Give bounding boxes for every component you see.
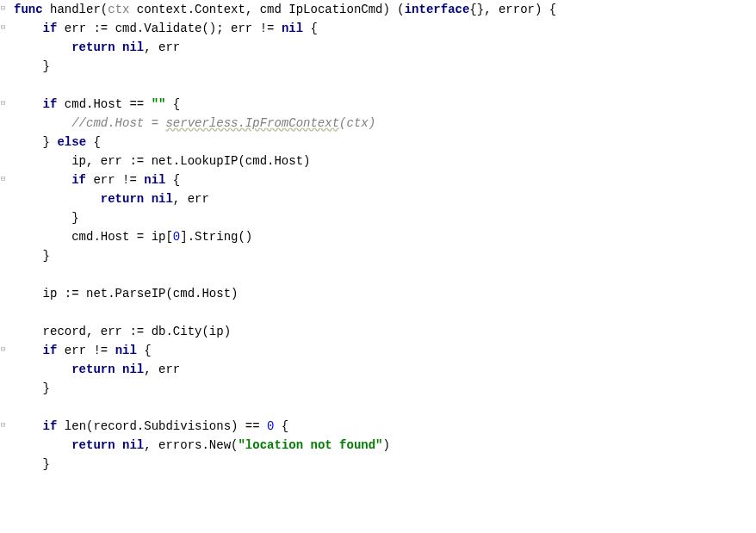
- comment: serverless.IpFromContext: [165, 116, 339, 130]
- keyword: if: [14, 97, 57, 111]
- code-line[interactable]: if err != nil {: [14, 341, 756, 360]
- code-text: err !=: [86, 173, 144, 187]
- code-line[interactable]: if err := cmd.Validate(); err != nil {: [14, 19, 756, 38]
- keyword: return: [14, 192, 152, 206]
- code-line[interactable]: return nil, err: [14, 360, 756, 379]
- code-line[interactable]: func handler(ctx context.Context, cmd Ip…: [14, 0, 756, 19]
- code-text: , err: [173, 192, 209, 206]
- fold-toggle[interactable]: ⊟: [0, 5, 7, 13]
- keyword: if: [14, 22, 57, 35]
- code-text: len(record.Subdivisions) ==: [57, 419, 267, 433]
- code-line[interactable]: [14, 265, 756, 284]
- keyword: func: [14, 3, 43, 16]
- code-line[interactable]: cmd.Host = ip[0].String(): [14, 227, 756, 246]
- code-text: err := cmd.Validate(); err !=: [57, 22, 281, 35]
- code-text: {}, error) {: [469, 3, 556, 16]
- code-text: handler(: [43, 3, 108, 16]
- string: "location not found": [238, 438, 382, 452]
- code-line[interactable]: if err != nil {: [14, 170, 756, 189]
- fold-toggle[interactable]: ⊟: [0, 24, 7, 32]
- code-line[interactable]: }: [14, 379, 756, 398]
- keyword: nil: [144, 173, 165, 187]
- keyword: nil: [152, 192, 173, 206]
- keyword: return: [14, 40, 122, 54]
- string: "": [152, 97, 166, 111]
- keyword: nil: [115, 344, 137, 357]
- keyword: else: [57, 135, 86, 149]
- code-text: cmd.Host ==: [57, 97, 151, 111]
- code-text: }: [14, 249, 50, 263]
- fold-toggle[interactable]: ⊟: [0, 422, 7, 430]
- code-text: {: [165, 173, 180, 187]
- code-text: {: [274, 419, 288, 433]
- code-line[interactable]: }: [14, 57, 756, 76]
- code-text: record, err := db.City(ip): [14, 325, 231, 338]
- code-text: , errors.New(: [144, 438, 238, 452]
- code-line[interactable]: }: [14, 246, 756, 265]
- code-text: {: [303, 22, 318, 35]
- keyword: nil: [122, 363, 144, 376]
- keyword: if: [14, 344, 57, 357]
- comment: //cmd.Host =: [14, 116, 165, 130]
- code-line[interactable]: [14, 398, 756, 417]
- keyword: return: [14, 438, 122, 452]
- keyword: if: [14, 419, 57, 433]
- fold-toggle[interactable]: ⊟: [0, 346, 7, 354]
- code-text: err !=: [57, 344, 115, 357]
- code-text: }: [14, 457, 50, 471]
- comment: (ctx): [339, 116, 375, 130]
- code-text: cmd.Host = ip[: [14, 230, 173, 244]
- code-text: ): [383, 438, 390, 452]
- code-line[interactable]: return nil, errors.New("location not fou…: [14, 436, 756, 455]
- code-text: {: [165, 97, 180, 111]
- keyword: if: [14, 173, 86, 187]
- code-area[interactable]: func handler(ctx context.Context, cmd Ip…: [5, 0, 756, 474]
- code-line[interactable]: return nil, err: [14, 189, 756, 208]
- number: 0: [173, 230, 180, 244]
- code-line[interactable]: if len(record.Subdivisions) == 0 {: [14, 417, 756, 436]
- keyword: return: [14, 363, 122, 376]
- code-line[interactable]: }: [14, 208, 756, 227]
- gutter: ⊟ ⊟ ⊟ ⊟ ⊟ ⊟ ⊟: [0, 0, 5, 474]
- param-name: ctx: [108, 3, 129, 16]
- code-text: }: [14, 381, 50, 395]
- code-line[interactable]: return nil, err: [14, 38, 756, 57]
- code-text: }: [14, 211, 79, 225]
- code-line[interactable]: }: [14, 455, 756, 474]
- code-text: context.Context, cmd IpLocationCmd) (: [129, 3, 404, 16]
- keyword: nil: [282, 22, 303, 35]
- code-line[interactable]: record, err := db.City(ip): [14, 322, 756, 341]
- code-line[interactable]: [14, 76, 756, 95]
- code-text: , err: [144, 363, 180, 376]
- code-text: {: [137, 344, 152, 357]
- keyword: interface: [405, 3, 470, 16]
- code-text: ip, err := net.LookupIP(cmd.Host): [14, 154, 310, 168]
- code-text: {: [86, 135, 101, 149]
- code-line[interactable]: [14, 303, 756, 322]
- code-line[interactable]: ip, err := net.LookupIP(cmd.Host): [14, 152, 756, 170]
- code-editor[interactable]: ⊟ ⊟ ⊟ ⊟ ⊟ ⊟ ⊟ func handler(ctx context.C…: [0, 0, 756, 474]
- code-text: ip := net.ParseIP(cmd.Host): [14, 287, 238, 301]
- code-line[interactable]: ip := net.ParseIP(cmd.Host): [14, 284, 756, 303]
- keyword: nil: [122, 438, 144, 452]
- code-line[interactable]: } else {: [14, 133, 756, 152]
- keyword: nil: [122, 40, 144, 54]
- code-text: , err: [144, 40, 180, 54]
- code-text: ].String(): [180, 230, 252, 244]
- code-line[interactable]: //cmd.Host = serverless.IpFromContext(ct…: [14, 114, 756, 133]
- code-line[interactable]: if cmd.Host == "" {: [14, 95, 756, 114]
- fold-toggle[interactable]: ⊟: [0, 176, 7, 183]
- code-text: }: [14, 59, 50, 73]
- fold-toggle[interactable]: ⊟: [0, 100, 7, 108]
- code-text: }: [14, 135, 57, 149]
